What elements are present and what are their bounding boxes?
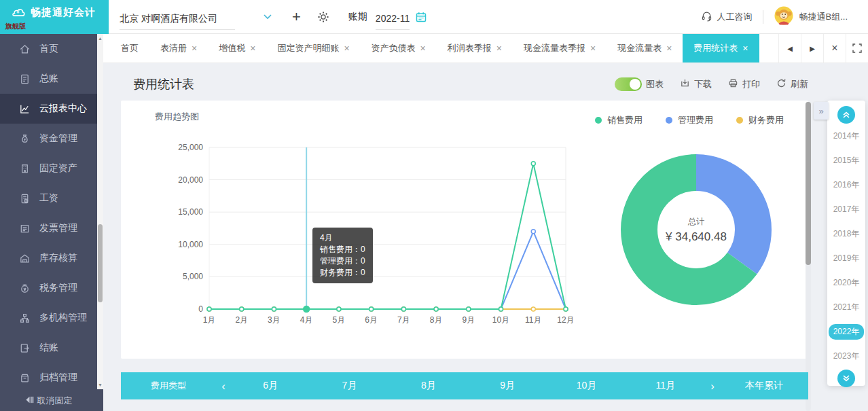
scrollbar-thumb[interactable]	[806, 102, 811, 265]
svg-text:2月: 2月	[235, 315, 248, 325]
svg-text:10,000: 10,000	[178, 240, 203, 249]
printer-icon	[728, 78, 738, 90]
content-scrollbar[interactable]	[806, 102, 811, 411]
sidebar-item-label: 税务管理	[39, 282, 77, 294]
chart-toggle[interactable]	[615, 77, 642, 91]
year-item[interactable]: 2016年	[829, 173, 865, 197]
tab-item[interactable]: 增值税×	[208, 34, 266, 62]
svg-text:10月: 10月	[492, 315, 509, 325]
calendar-icon[interactable]	[415, 11, 427, 23]
multi-org-icon	[18, 312, 31, 324]
sidebar-item-money-bag[interactable]: 资金管理	[0, 124, 103, 154]
tab-label: 费用统计表	[693, 42, 738, 54]
year-item[interactable]: 2014年	[829, 124, 865, 148]
year-item[interactable]: 2021年	[829, 295, 865, 319]
close-icon[interactable]: ×	[742, 43, 748, 53]
add-account-button[interactable]: +	[292, 10, 301, 24]
chart-toggle-group: 图表	[615, 77, 664, 91]
gear-icon[interactable]	[317, 11, 329, 23]
years-up-button[interactable]	[837, 106, 855, 124]
sidebar-item-tax[interactable]: 税务管理	[0, 273, 103, 303]
sidebar-item-closing[interactable]: 结账	[0, 333, 103, 363]
sidebar-item-archive[interactable]: 归档管理	[0, 363, 103, 393]
download-icon	[680, 78, 690, 90]
tab-item[interactable]: 资产负债表×	[361, 34, 437, 62]
tabs-prev-button[interactable]: ◀	[778, 34, 801, 62]
close-icon[interactable]: ×	[590, 43, 596, 53]
legend-dot-icon	[666, 117, 672, 124]
legend-label: 管理费用	[678, 114, 713, 126]
support-link[interactable]: 人工咨询	[701, 10, 752, 24]
year-item[interactable]: 2018年	[829, 221, 865, 246]
tabs-next-button[interactable]: ▶	[801, 34, 823, 62]
refresh-button[interactable]: 刷新	[776, 78, 808, 90]
company-select[interactable]: 北京 对啊酒店有限公司	[120, 12, 235, 30]
legend-item[interactable]: 销售费用	[595, 114, 643, 126]
tab-item[interactable]: 固定资产明细账×	[266, 34, 360, 62]
close-icon[interactable]: ×	[250, 43, 255, 53]
next-month-arrow-icon[interactable]: ›	[705, 380, 720, 392]
tab-item[interactable]: 利润表季报×	[437, 34, 513, 62]
sidebar-item-label: 多机构管理	[39, 312, 87, 324]
tab-item[interactable]: 首页	[110, 34, 149, 62]
unpin-sidebar-button[interactable]: 取消固定	[0, 391, 97, 411]
period-value[interactable]: 2022-11	[376, 12, 410, 30]
tab-item[interactable]: 表清册×	[149, 34, 208, 62]
close-icon[interactable]: ×	[344, 43, 349, 53]
expense-trend-line-chart[interactable]: 05,00010,00015,00020,00025,0001月2月3月4月5月…	[175, 128, 590, 338]
sidebar-scrollbar[interactable]: ▲ ▼	[97, 34, 103, 389]
sidebar-item-home[interactable]: 首页	[0, 34, 103, 64]
year-item[interactable]: 2019年	[829, 246, 865, 270]
sidebar-item-multi-org[interactable]: 多机构管理	[0, 303, 103, 333]
month-button[interactable]: 7月	[310, 380, 388, 392]
month-button[interactable]: 11月	[626, 380, 705, 392]
sidebar-item-cloud-report[interactable]: 云报表中心	[0, 94, 103, 124]
inventory-icon	[18, 252, 31, 264]
close-icon[interactable]: ×	[496, 43, 502, 53]
year-total-button[interactable]: 本年累计	[720, 380, 808, 392]
collapse-year-panel-handle[interactable]: »	[814, 102, 829, 120]
years-down-button[interactable]	[837, 370, 855, 387]
month-button[interactable]: 6月	[231, 380, 310, 392]
legend-item[interactable]: 管理费用	[666, 114, 713, 126]
sidebar-nav: 首页总账云报表中心资金管理固定资产工资发票管理库存核算税务管理多机构管理结账归档…	[0, 34, 103, 393]
scrollbar-thumb[interactable]	[98, 224, 103, 302]
sidebar-item-invoice[interactable]: 发票管理	[0, 213, 103, 243]
sidebar-item-ledger[interactable]: 总账	[0, 64, 103, 94]
prev-month-arrow-icon[interactable]: ‹	[216, 380, 231, 392]
close-icon[interactable]: ×	[192, 43, 197, 53]
tab-item[interactable]: 现金流量表季报×	[513, 34, 607, 62]
year-item[interactable]: 2017年	[829, 197, 865, 221]
year-item[interactable]: 2023年	[829, 344, 865, 368]
download-button[interactable]: 下载	[680, 78, 712, 90]
sidebar-item-fixed-asset[interactable]: 固定资产	[0, 154, 103, 183]
year-item[interactable]: 2015年	[829, 148, 865, 173]
scroll-up-icon[interactable]: ▲	[97, 36, 103, 41]
chevron-down-icon[interactable]	[264, 14, 272, 20]
print-button[interactable]: 打印	[728, 78, 760, 90]
scroll-down-icon[interactable]: ▼	[97, 382, 103, 387]
tab-active[interactable]: 费用统计表×	[683, 34, 759, 62]
username[interactable]: 畅捷通B组...	[799, 11, 848, 23]
expense-donut-chart[interactable]: 总计 ¥ 34,640.48	[620, 154, 772, 306]
sidebar: 首页总账云报表中心资金管理固定资产工资发票管理库存核算税务管理多机构管理结账归档…	[0, 34, 103, 411]
month-button[interactable]: 8月	[389, 380, 468, 392]
tab-item[interactable]: 现金流量表×	[607, 34, 683, 62]
sidebar-item-inventory[interactable]: 库存核算	[0, 243, 103, 273]
svg-text:12月: 12月	[557, 315, 574, 325]
month-selector-bar: 费用类型‹6月7月8月9月10月11月›本年累计	[121, 372, 808, 399]
close-icon[interactable]: ×	[420, 43, 426, 53]
year-item[interactable]: 2020年	[829, 270, 865, 295]
avatar[interactable]	[774, 6, 793, 28]
month-button[interactable]: 10月	[547, 380, 626, 392]
fullscreen-button[interactable]	[846, 34, 868, 62]
legend-item[interactable]: 财务费用	[736, 114, 784, 126]
chart-toggle-label: 图表	[646, 78, 664, 90]
year-item[interactable]: 2022年	[829, 319, 865, 344]
close-icon[interactable]: ×	[666, 43, 672, 53]
month-button[interactable]: 9月	[468, 380, 547, 392]
page-title: 费用统计表	[133, 76, 194, 92]
refresh-icon	[776, 78, 786, 90]
sidebar-item-salary[interactable]: 工资	[0, 183, 103, 213]
tabs-close-button[interactable]: ×	[823, 34, 846, 62]
